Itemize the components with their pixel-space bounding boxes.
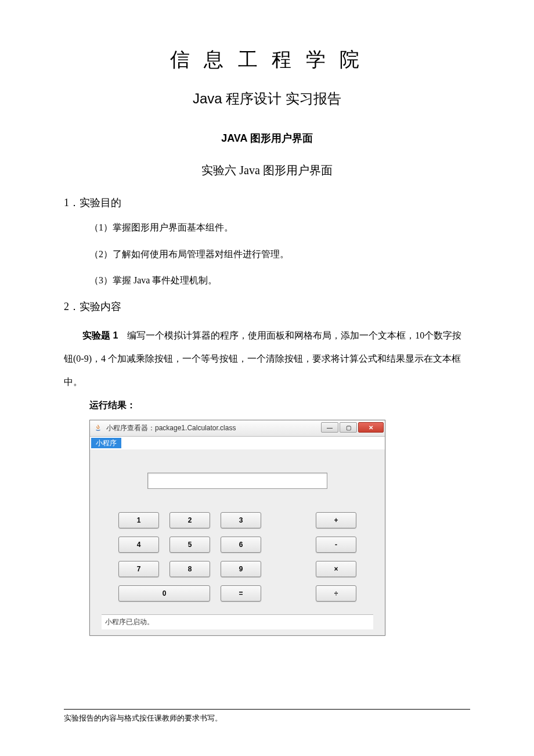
- report-title: Java 程序设计 实习报告: [64, 89, 470, 108]
- calculator-display[interactable]: [147, 473, 327, 489]
- objective-item: （3）掌握 Java 事件处理机制。: [64, 273, 470, 288]
- key-1[interactable]: 1: [118, 512, 159, 528]
- window-title: 小程序查看器：package1.Calculator.class: [106, 423, 320, 433]
- page-footer-note: 实验报告的内容与格式按任课教师的要求书写。: [64, 709, 470, 723]
- applet-window: 小程序查看器：package1.Calculator.class — ▢ ✕ 小…: [89, 420, 385, 636]
- key-plus[interactable]: +: [316, 512, 356, 528]
- objective-item: （2）了解如何使用布局管理器对组件进行管理。: [64, 247, 470, 262]
- heading-objectives: 1．实验目的: [64, 196, 470, 210]
- key-0[interactable]: 0: [118, 585, 210, 602]
- maximize-button[interactable]: ▢: [340, 422, 357, 433]
- key-equals[interactable]: =: [221, 585, 261, 602]
- window-controls: — ▢ ✕: [320, 422, 384, 434]
- key-2[interactable]: 2: [169, 512, 210, 528]
- run-result-label: 运行结果：: [89, 399, 470, 412]
- applet-status-bar: 小程序已启动。: [102, 614, 373, 629]
- key-8[interactable]: 8: [169, 561, 210, 577]
- key-4[interactable]: 4: [118, 537, 159, 553]
- heading-content: 2．实验内容: [64, 300, 470, 314]
- objective-item: （1）掌握图形用户界面基本组件。: [64, 220, 470, 235]
- menu-bar: 小程序: [90, 437, 385, 449]
- applet-body: 1 2 3 + 4 5 6 - 7 8 9 × 0 = ÷ 小程序已启动。: [90, 449, 385, 635]
- task-label: 实验题 1: [82, 330, 118, 340]
- key-multiply[interactable]: ×: [316, 561, 356, 577]
- key-6[interactable]: 6: [221, 537, 261, 553]
- window-titlebar[interactable]: 小程序查看器：package1.Calculator.class — ▢ ✕: [90, 420, 385, 437]
- institution-title: 信 息 工 程 学 院: [64, 46, 470, 73]
- calculator-keypad: 1 2 3 + 4 5 6 - 7 8 9 × 0 = ÷: [102, 512, 373, 602]
- key-minus[interactable]: -: [316, 537, 356, 553]
- java-icon: [93, 423, 103, 433]
- key-7[interactable]: 7: [118, 561, 159, 577]
- key-divide[interactable]: ÷: [316, 585, 356, 602]
- key-3[interactable]: 3: [221, 512, 261, 528]
- menu-applet[interactable]: 小程序: [91, 438, 121, 448]
- key-5[interactable]: 5: [169, 537, 210, 553]
- key-9[interactable]: 9: [221, 561, 261, 577]
- section-title: JAVA 图形用户界面: [64, 131, 470, 145]
- task-text: 编写一个模拟计算器的程序，使用面板和网格布局，添加一个文本框，10个数字按钮(0…: [64, 330, 461, 387]
- minimize-button[interactable]: —: [321, 422, 338, 433]
- close-button[interactable]: ✕: [358, 422, 384, 433]
- task-paragraph: 实验题 1 编写一个模拟计算器的程序，使用面板和网格布局，添加一个文本框，10个…: [64, 324, 470, 394]
- experiment-title: 实验六 Java 图形用户界面: [64, 163, 470, 178]
